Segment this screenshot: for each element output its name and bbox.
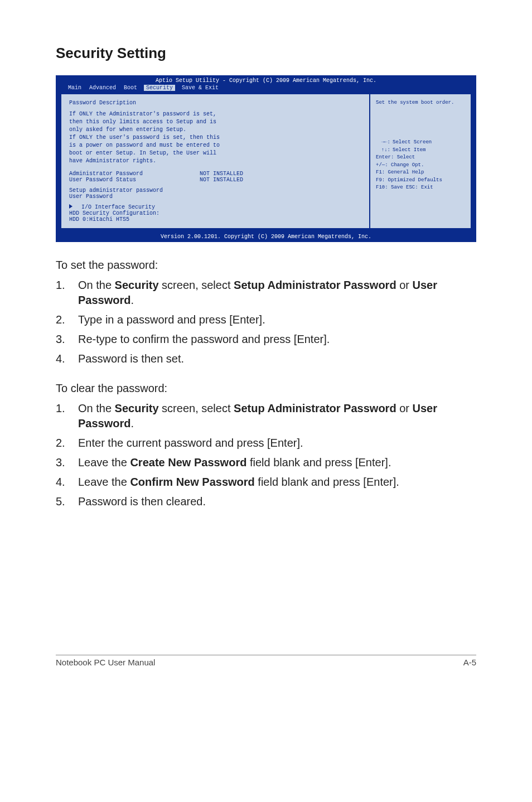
row-setup-admin-password[interactable]: Setup administrator password (69, 187, 361, 194)
legend-f1: F1: General Help (376, 169, 424, 177)
hdd-item-label: HDD 0:Hitachi HTS5 (69, 216, 192, 223)
bold-confirm-new-password: Confirm New Password (130, 476, 254, 488)
text: or (396, 402, 413, 414)
text: Leave the (78, 456, 130, 468)
text: On the (78, 279, 115, 291)
set-step-1: 1. On the Security screen, select Setup … (56, 278, 476, 308)
user-password-label: User Password (69, 194, 192, 200)
bios-tab-row: Main Advanced Boot Security Save & Exit (56, 85, 476, 91)
bios-left-panel: Password Description If ONLY the Adminis… (61, 94, 370, 228)
legend-f9: F9: Optimized Defaults (376, 177, 442, 185)
bold-security: Security (115, 402, 159, 414)
legend-select-item: Select Item (393, 147, 425, 154)
legend-select-screen: Select Screen (393, 139, 432, 147)
step-number: 4. (56, 351, 78, 366)
step-text: Type in a password and press [Enter]. (78, 312, 476, 327)
step-number: 2. (56, 436, 78, 451)
text: screen, select (159, 402, 234, 414)
submenu-arrow-icon (69, 204, 72, 209)
bold-setup-admin-password: Setup Administrator Password (234, 402, 396, 414)
text: field blank and press [Enter]. (246, 456, 391, 468)
step-text: Re-type to confirm the password and pres… (78, 332, 476, 347)
bios-right-panel: Set the system boot order. →←:Select Scr… (370, 94, 471, 228)
bios-hint-text: Set the system boot order. (376, 100, 465, 105)
set-step-2: 2. Type in a password and press [Enter]. (56, 312, 476, 327)
text: Leave the (78, 476, 130, 488)
step-text: Password is then cleared. (78, 494, 476, 509)
page-title: Security Setting (56, 45, 476, 62)
step-number: 4. (56, 475, 78, 490)
tab-security[interactable]: Security (144, 85, 175, 91)
row-hdd-item[interactable]: HDD 0:Hitachi HTS5 (69, 216, 361, 223)
set-password-intro: To set the password: (56, 258, 476, 272)
footer-page-number: A-5 (463, 658, 476, 667)
user-password-status-label: User Password Status (69, 177, 192, 183)
clear-step-2: 2. Enter the current password and press … (56, 436, 476, 451)
clear-password-intro: To clear the password: (56, 381, 476, 395)
bios-footer-text: Version 2.00.1201. Copyright (C) 2009 Am… (56, 231, 476, 242)
step-number: 3. (56, 332, 78, 347)
row-user-password[interactable]: User Password (69, 194, 361, 200)
setup-admin-password-label: Setup administrator password (69, 187, 192, 194)
bold-security: Security (115, 279, 159, 291)
step-text: Enter the current password and press [En… (78, 436, 476, 451)
clear-step-3: 3. Leave the Create New Password field b… (56, 455, 476, 470)
bios-screenshot: Aptio Setup Utility - Copyright (C) 2009… (56, 75, 476, 242)
row-admin-password: Administrator Password NOT INSTALLED (69, 171, 361, 177)
bios-header-title: Aptio Setup Utility - Copyright (C) 2009… (56, 75, 476, 85)
page-footer: Notebook PC User Manual A-5 (56, 654, 476, 667)
tab-save-exit[interactable]: Save & Exit (181, 85, 220, 91)
clear-step-4: 4. Leave the Confirm New Password field … (56, 475, 476, 490)
tab-main[interactable]: Main (67, 85, 83, 91)
step-number: 1. (56, 278, 78, 308)
legend-change-opt: +/—: Change Opt. (376, 162, 424, 170)
bold-setup-admin-password: Setup Administrator Password (234, 279, 396, 291)
io-interface-security-label: I/O Interface Security (81, 204, 204, 210)
set-password-steps: 1. On the Security screen, select Setup … (56, 278, 476, 366)
row-user-password-status: User Password Status NOT INSTALLED (69, 177, 361, 183)
text: screen, select (159, 279, 234, 291)
tab-advanced[interactable]: Advanced (88, 85, 117, 91)
set-step-4: 4. Password is then set. (56, 351, 476, 366)
row-io-interface-security[interactable]: I/O Interface Security (69, 204, 361, 210)
text: On the (78, 402, 115, 414)
clear-password-steps: 1. On the Security screen, select Setup … (56, 401, 476, 509)
row-hdd-security-conf: HDD Security Configuration: (69, 210, 361, 216)
set-step-3: 3. Re-type to confirm the password and p… (56, 332, 476, 347)
footer-left-text: Notebook PC User Manual (56, 658, 155, 667)
password-description-title: Password Description (69, 100, 361, 106)
password-description-text: If ONLY the Administrator's password is … (69, 110, 361, 165)
legend-enter-select: Enter: Select (376, 154, 415, 162)
step-text: Password is then set. (78, 351, 476, 366)
admin-password-value: NOT INSTALLED (200, 171, 243, 177)
clear-step-1: 1. On the Security screen, select Setup … (56, 401, 476, 431)
step-number: 3. (56, 455, 78, 470)
arrows-lr-icon: →←: (376, 139, 390, 147)
arrows-ud-icon: ↑↓: (376, 147, 390, 154)
step-number: 2. (56, 312, 78, 327)
step-number: 5. (56, 494, 78, 509)
user-password-status-value: NOT INSTALLED (200, 177, 243, 183)
bold-create-new-password: Create New Password (130, 456, 246, 468)
text: field blank and press [Enter]. (255, 476, 399, 488)
admin-password-label: Administrator Password (69, 171, 192, 177)
clear-step-5: 5. Password is then cleared. (56, 494, 476, 509)
tab-boot[interactable]: Boot (123, 85, 138, 91)
step-number: 1. (56, 401, 78, 431)
hdd-security-conf-label: HDD Security Configuration: (69, 210, 192, 216)
text: . (130, 294, 134, 306)
text: . (130, 417, 134, 429)
text: or (396, 279, 413, 291)
legend-f10: F10: Save ESC: Exit (376, 184, 433, 192)
